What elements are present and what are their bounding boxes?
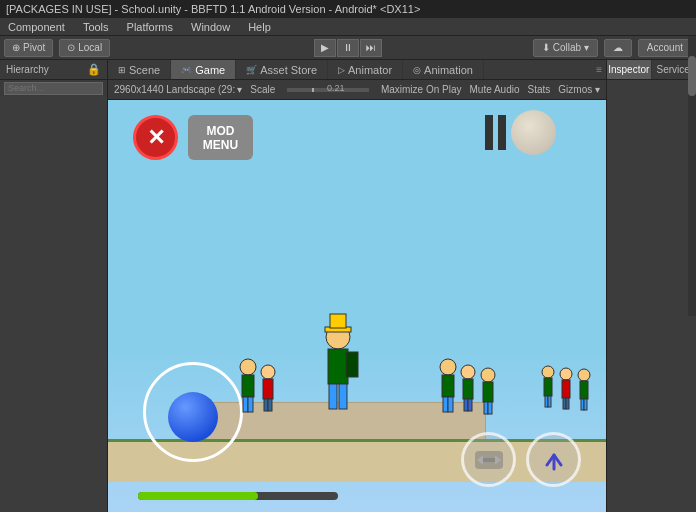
- action-button[interactable]: [526, 432, 581, 487]
- menu-component[interactable]: Component: [4, 21, 69, 33]
- tabs-row: ⊞ Scene 🎮 Game 🛒 Asset Store ▷ Animator …: [108, 60, 606, 80]
- joystick-icon: [477, 453, 501, 467]
- svg-rect-25: [484, 402, 488, 414]
- account-button[interactable]: Account: [638, 39, 692, 57]
- collab-icon: ⬇: [542, 42, 550, 53]
- asset-icon: 🛒: [246, 65, 257, 75]
- cloud-button[interactable]: ☁: [604, 39, 632, 57]
- scale-slider[interactable]: 0.21: [287, 88, 369, 92]
- svg-rect-12: [263, 379, 273, 399]
- svg-rect-8: [242, 375, 254, 397]
- svg-point-27: [542, 366, 554, 378]
- svg-rect-6: [339, 384, 347, 409]
- svg-rect-16: [442, 375, 454, 397]
- svg-rect-26: [488, 402, 492, 414]
- toolbar: ⊕ Pivot ⊙ Local ▶ ⏸ ⏭ ⬇ Collab ▾ ☁ Accou…: [0, 36, 696, 60]
- svg-point-31: [560, 368, 572, 380]
- pause-bar-right: [498, 115, 506, 150]
- tabs-more-icon[interactable]: ≡: [596, 64, 602, 75]
- close-x-button[interactable]: ✕: [133, 115, 178, 160]
- animation-icon: ◎: [413, 65, 421, 75]
- svg-point-19: [461, 365, 475, 379]
- game-toolbar: 2960x1440 Landscape (29: ▾ Scale 0.21 Ma…: [108, 80, 606, 100]
- progress-bar: [138, 492, 338, 500]
- pause-indicator: [485, 115, 506, 150]
- progress-bar-fill: [138, 492, 258, 500]
- tab-scene[interactable]: ⊞ Scene: [108, 60, 171, 79]
- title-bar: [PACKAGES IN USE] - School.unity - BBFTD…: [0, 0, 696, 18]
- svg-rect-30: [548, 396, 551, 407]
- hierarchy-search-input[interactable]: [4, 82, 103, 95]
- title-text: [PACKAGES IN USE] - School.unity - BBFTD…: [6, 3, 420, 15]
- joystick-inner: [475, 451, 503, 469]
- pivot-button[interactable]: ⊕ Pivot: [4, 39, 53, 57]
- collab-button[interactable]: ⬇ Collab ▾: [533, 39, 598, 57]
- pause-button[interactable]: ⏸: [337, 39, 359, 57]
- svg-rect-4: [346, 352, 358, 377]
- menu-window[interactable]: Window: [187, 21, 234, 33]
- svg-rect-28: [544, 378, 552, 396]
- arrow-icon: [539, 445, 569, 475]
- svg-rect-10: [248, 397, 253, 412]
- hierarchy-content: [0, 96, 107, 512]
- menu-help[interactable]: Help: [244, 21, 275, 33]
- moon: [511, 110, 556, 155]
- play-button[interactable]: ▶: [314, 39, 336, 57]
- game-icon: 🎮: [181, 65, 192, 75]
- gizmos-dropdown[interactable]: Gizmos ▾: [558, 84, 600, 95]
- hierarchy-tab-label: Hierarchy: [6, 64, 49, 75]
- svg-rect-3: [328, 349, 348, 384]
- game-viewport: ✕ MODMENU: [108, 100, 606, 512]
- svg-rect-14: [268, 399, 272, 411]
- svg-marker-41: [495, 455, 501, 465]
- svg-rect-20: [463, 379, 473, 399]
- svg-point-11: [261, 365, 275, 379]
- mute-audio-toggle[interactable]: Mute Audio: [469, 84, 519, 95]
- inspector-panel: Inspector Service: [606, 60, 696, 512]
- tab-inspector[interactable]: Inspector: [607, 60, 652, 79]
- center-panel: ⊞ Scene 🎮 Game 🛒 Asset Store ▷ Animator …: [108, 60, 606, 512]
- hierarchy-lock-icon[interactable]: 🔒: [87, 63, 101, 76]
- svg-rect-22: [468, 399, 472, 411]
- pause-bar-left: [485, 115, 493, 150]
- menu-tools[interactable]: Tools: [79, 21, 113, 33]
- menu-platforms[interactable]: Platforms: [123, 21, 177, 33]
- svg-marker-40: [477, 455, 483, 465]
- chevron-down-icon: ▾: [237, 84, 242, 95]
- scale-label: Scale: [250, 84, 275, 95]
- hierarchy-panel: Hierarchy 🔒: [0, 60, 108, 512]
- svg-rect-36: [580, 381, 588, 399]
- mod-menu-label: MODMENU: [203, 124, 238, 152]
- svg-rect-18: [448, 397, 453, 412]
- svg-rect-21: [464, 399, 468, 411]
- resolution-dropdown[interactable]: 2960x1440 Landscape (29: ▾: [114, 84, 242, 95]
- svg-rect-5: [329, 384, 337, 409]
- svg-point-15: [440, 359, 456, 375]
- svg-rect-2: [330, 314, 346, 328]
- tab-game[interactable]: 🎮 Game: [171, 60, 236, 79]
- tab-animator[interactable]: ▷ Animator: [328, 60, 403, 79]
- local-button[interactable]: ⊙ Local: [59, 39, 110, 57]
- svg-point-7: [240, 359, 256, 375]
- tab-asset-store[interactable]: 🛒 Asset Store: [236, 60, 328, 79]
- cloud-icon: ☁: [613, 42, 623, 53]
- stats-toggle[interactable]: Stats: [528, 84, 551, 95]
- maximize-on-play-toggle[interactable]: Maximize On Play: [381, 84, 462, 95]
- svg-point-23: [481, 368, 495, 382]
- inspector-content: [607, 80, 696, 512]
- x-icon: ✕: [147, 125, 165, 151]
- scene-icon: ⊞: [118, 65, 126, 75]
- svg-rect-34: [566, 398, 569, 409]
- svg-rect-38: [584, 399, 587, 410]
- svg-rect-32: [562, 380, 570, 398]
- pivot-icon: ⊕: [12, 42, 20, 53]
- local-icon: ⊙: [67, 42, 75, 53]
- animator-icon: ▷: [338, 65, 345, 75]
- svg-rect-9: [243, 397, 248, 412]
- svg-rect-17: [443, 397, 448, 412]
- joystick-control[interactable]: [461, 432, 516, 487]
- step-button[interactable]: ⏭: [360, 39, 382, 57]
- tab-animation[interactable]: ◎ Animation: [403, 60, 484, 79]
- svg-point-35: [578, 369, 590, 381]
- mod-menu-button[interactable]: MODMENU: [188, 115, 253, 160]
